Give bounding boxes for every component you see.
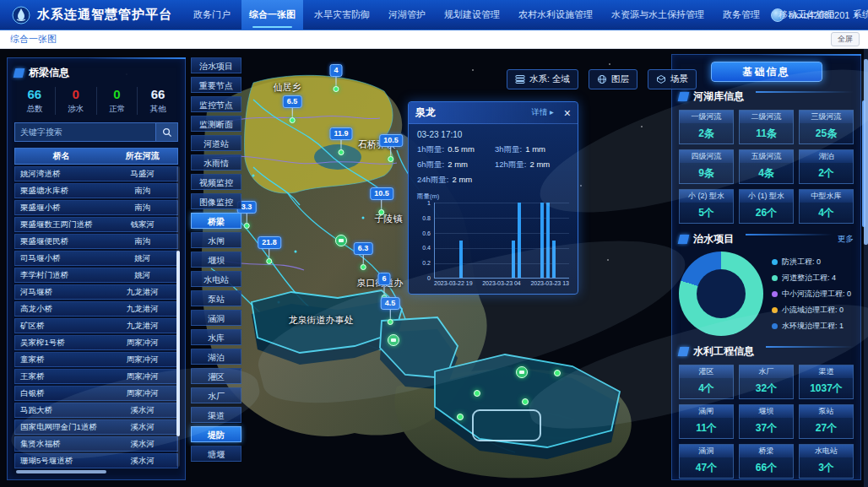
section-chip-icon	[14, 68, 25, 78]
point-marker[interactable]	[474, 390, 480, 397]
point-marker[interactable]	[554, 370, 561, 376]
fullscreen-button[interactable]: 全屏	[831, 32, 860, 46]
nav-item[interactable]: 规划建设管理	[437, 0, 507, 30]
stat-cell[interactable]: 湖泊2个	[799, 149, 854, 184]
water-level-marker[interactable]: 10.5	[370, 187, 393, 215]
layer-menu-item[interactable]: 塘堰	[191, 446, 241, 462]
nav-item[interactable]: 政务门户	[186, 0, 238, 30]
camera-marker[interactable]	[388, 334, 399, 346]
layer-menu-item[interactable]: 泵站	[191, 290, 241, 306]
table-row[interactable]: 白银桥周家冲河	[14, 386, 178, 401]
layer-menu-item[interactable]: 治水项目	[191, 57, 241, 73]
stat-cell[interactable]: 小 (1) 型水26个	[739, 189, 794, 224]
nav-item[interactable]: 水旱灾害防御	[307, 0, 377, 30]
nav-item[interactable]: 河湖管护	[381, 0, 433, 30]
layer-menu-item[interactable]: 水厂	[191, 387, 241, 403]
layer-menu-item[interactable]: 堤防	[191, 426, 241, 442]
stat-cell[interactable]: 中型水库4个	[799, 189, 854, 224]
layer-menu-item[interactable]: 灌区	[191, 368, 241, 384]
table-row[interactable]: 栗盛堰小桥南沟	[14, 200, 178, 215]
table-row[interactable]: 集贤水福桥溪水河	[14, 436, 178, 452]
table-row[interactable]: 栗盛堰数王两门道桥钱家河	[14, 217, 178, 232]
stat-cell[interactable]: 水电站3个	[799, 444, 854, 479]
water-level-marker[interactable]: 11.9	[329, 127, 352, 155]
search-button[interactable]	[156, 122, 178, 142]
layer-menu-item[interactable]: 渠道	[191, 407, 241, 423]
table-hscrollbar[interactable]	[16, 470, 106, 473]
cell-label: 小 (1) 型水	[740, 190, 793, 203]
water-level-marker[interactable]: 4	[329, 64, 342, 92]
basic-info-button[interactable]: 基础信息	[711, 62, 822, 82]
close-icon[interactable]: ×	[564, 107, 571, 119]
marker-dot	[388, 156, 394, 162]
layer-menu-item[interactable]: 桥梁	[191, 213, 241, 229]
table-row[interactable]: 司马堰小桥姚河	[14, 251, 178, 266]
table-row[interactable]: 马跑大桥溪水河	[14, 403, 178, 418]
water-level-marker[interactable]: 21.8	[258, 236, 281, 264]
stat-cell[interactable]: 灌区4个	[679, 365, 734, 399]
layer-menu-item[interactable]: 堰坝	[191, 252, 241, 268]
more-link[interactable]: 更多	[838, 234, 854, 245]
table-row[interactable]: 李学村门道桥姚河	[14, 268, 178, 283]
nav-item[interactable]: 政务管理	[715, 0, 768, 30]
layer-menu-item[interactable]: 水雨情	[191, 154, 241, 170]
stat-cell[interactable]: 桥梁66个	[739, 444, 794, 479]
stat-cell[interactable]: 泵站27个	[799, 404, 854, 439]
popup-detail-link[interactable]: 详情 ▸	[531, 107, 553, 118]
nav-item[interactable]: 综合一张图	[241, 0, 303, 30]
stat-cell[interactable]: 小 (2) 型水5个	[679, 189, 734, 224]
layer-menu-item[interactable]: 水库	[191, 329, 241, 345]
water-level-marker[interactable]: 6.3	[354, 242, 373, 270]
marker-stem	[341, 140, 342, 149]
stat-cell[interactable]: 堰坝37个	[739, 404, 794, 439]
table-row[interactable]: 姚河湾道桥马盛河	[14, 166, 178, 181]
layer-menu-item[interactable]: 图像监控	[191, 193, 241, 209]
table-row[interactable]: 河马堰桥九龙港河	[14, 284, 178, 300]
camera-marker[interactable]	[335, 235, 347, 246]
stat-cell[interactable]: 水厂32个	[739, 365, 794, 399]
search-input[interactable]	[14, 122, 156, 142]
map-control-scene[interactable]: 场景	[648, 69, 697, 89]
layer-menu-item[interactable]: 湖泊	[191, 349, 241, 365]
layer-menu-item[interactable]: 涵洞	[191, 310, 241, 326]
table-vscrollbar[interactable]	[176, 166, 180, 467]
layer-menu-item[interactable]: 重要节点	[191, 77, 241, 93]
stat-cell[interactable]: 涵洞47个	[679, 444, 734, 479]
stat-cell[interactable]: 渠道1037个	[799, 365, 854, 399]
nav-item[interactable]: 农村水利设施管理	[511, 0, 600, 30]
table-row[interactable]: 栗盛塘水库桥南沟	[14, 183, 178, 198]
map-control-globe[interactable]: 图层	[589, 69, 637, 89]
table-row[interactable]: 高龙小桥九龙港河	[14, 301, 178, 317]
water-level-marker[interactable]: 4.5	[381, 297, 400, 325]
stat-cell[interactable]: 二级河流11条	[739, 110, 794, 144]
layer-menu-item[interactable]: 监测断面	[191, 116, 241, 132]
layer-menu-item[interactable]: 河道站	[191, 135, 241, 151]
table-row[interactable]: 吴家榨1号桥周家冲河	[14, 335, 178, 350]
table-row[interactable]: 矿区桥九龙港河	[14, 318, 178, 333]
table-row[interactable]: 国家电网理金门1道桥溪水河	[14, 419, 178, 435]
layer-menu-item[interactable]: 视频监控	[191, 174, 241, 190]
water-level-marker[interactable]: 6.5	[283, 95, 302, 123]
water-level-marker[interactable]: 10.5	[379, 134, 403, 162]
table-row[interactable]: 珊瑚5号堰道桥溪水河	[14, 453, 178, 468]
stat-cell[interactable]: 一级河流2条	[679, 110, 734, 144]
stat-cell[interactable]: 五级河流4条	[739, 149, 794, 184]
nav-item[interactable]: 移动工作管理	[771, 0, 842, 30]
nav-item[interactable]: 系统管理	[845, 0, 868, 30]
layer-menu-item[interactable]: 水闸	[191, 232, 241, 248]
window-scrollbar[interactable]	[864, 49, 868, 487]
table-row[interactable]: 童家桥周家冲河	[14, 352, 178, 367]
camera-marker[interactable]	[516, 366, 528, 378]
stat-cell[interactable]: 四级河流9条	[679, 149, 734, 184]
stat-cell[interactable]: 涵闸11个	[679, 404, 734, 439]
nav-item[interactable]: 水资源与水土保持管理	[604, 0, 712, 30]
marker-dot	[474, 390, 480, 397]
point-marker[interactable]	[522, 398, 529, 405]
table-row[interactable]: 王家桥周家冲河	[14, 369, 178, 384]
layer-menu-item[interactable]: 监控节点	[191, 96, 241, 112]
stat-cell[interactable]: 三级河流25条	[799, 110, 854, 144]
table-row[interactable]: 栗盛堰便民桥南沟	[14, 234, 178, 249]
layer-menu-item[interactable]: 水电站	[191, 271, 241, 287]
map-control-layers[interactable]: 水系: 全域	[507, 69, 578, 89]
point-marker[interactable]	[457, 414, 464, 420]
